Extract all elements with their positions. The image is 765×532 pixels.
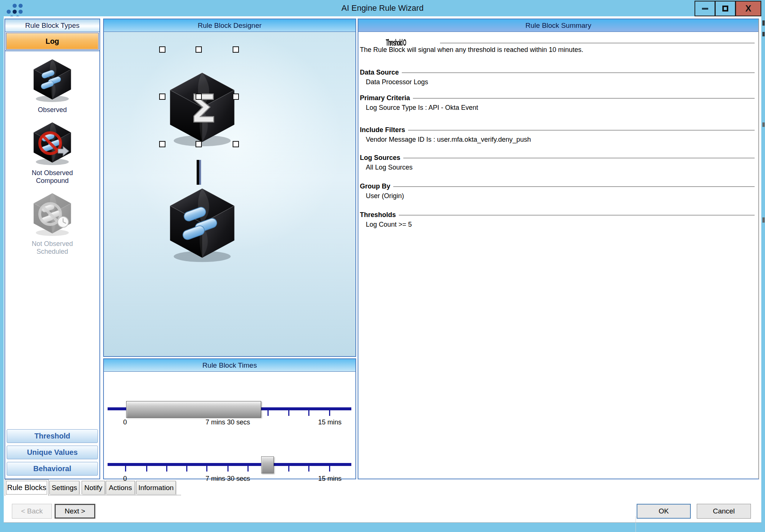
slider-tick: [166, 466, 167, 472]
next-button[interactable]: Next >: [55, 504, 95, 519]
heading-rule-line: [440, 43, 755, 44]
section-label: Primary Criteria: [360, 94, 410, 102]
slider-tick: [206, 466, 207, 472]
type-item-not-observed-compound[interactable]: Not Observed Compound: [5, 120, 99, 185]
category-behavioral-button[interactable]: Behavioral: [7, 462, 98, 476]
selection-handle-mid-0[interactable]: [159, 93, 165, 100]
close-button[interactable]: X: [735, 1, 761, 16]
minimize-button[interactable]: [695, 1, 715, 16]
section-value: All Log Sources: [366, 164, 755, 171]
type-label: Scheduled: [36, 248, 68, 255]
rule-block-designer-header: Rule Block Designer: [104, 19, 355, 32]
section-value: Log Count >= 5: [366, 221, 755, 229]
selection-handle-top-1[interactable]: [196, 46, 202, 53]
tab-notify[interactable]: Notify: [82, 481, 105, 494]
log-source-block[interactable]: [165, 185, 239, 264]
type-label: Not Observed: [32, 240, 73, 247]
screen-edge-artifacts: [762, 0, 765, 532]
ok-button[interactable]: OK: [637, 504, 691, 519]
slider-tick: [308, 466, 309, 472]
selection-handle-mid-2[interactable]: [233, 93, 239, 100]
section-label: Log Sources: [360, 154, 400, 162]
tab-information[interactable]: Information: [136, 481, 176, 494]
maximize-button[interactable]: [715, 1, 735, 16]
summary-section-thresholds: Thresholds Log Count >= 5: [360, 211, 755, 229]
summary-section-group-by: Group By User (Origin): [360, 183, 755, 200]
layout-divider: [636, 516, 636, 532]
selection-handle-top-2[interactable]: [233, 46, 239, 53]
summary-section-data-source: Data Source Data Processor Logs: [360, 69, 755, 86]
rule-block-times-header: Rule Block Times: [104, 359, 355, 372]
rule-block-types-header: Rule Block Types: [5, 19, 99, 32]
slider-tick: [247, 466, 249, 472]
tab-settings[interactable]: Settings: [49, 481, 79, 494]
slider-tick: [288, 410, 289, 416]
cube-logs-icon: [165, 185, 239, 263]
summary-section-primary-criteria: Primary Criteria Log Source Type Is : AP…: [360, 94, 755, 112]
wizard-content: Rule Block Types Log Observed Not Observ…: [4, 16, 761, 522]
type-label: Compound: [36, 177, 69, 184]
threshold-sigma-block[interactable]: [165, 69, 239, 148]
slider-tick: [308, 410, 309, 416]
slider-thumb[interactable]: [261, 456, 274, 473]
category-log-button[interactable]: Log: [6, 33, 98, 49]
type-item-not-observed-scheduled: Not Observed Scheduled: [5, 191, 99, 256]
cancel-button[interactable]: Cancel: [697, 504, 751, 519]
titlebar[interactable]: AI Engine Rule Wizard X: [0, 0, 765, 16]
minimize-icon: [702, 8, 708, 10]
close-icon: X: [745, 3, 751, 14]
tab-rule-blocks[interactable]: Rule Blocks: [5, 479, 49, 496]
section-label: Data Source: [360, 69, 399, 76]
slider-max-label: 15 mins: [318, 418, 341, 426]
rule-block-types-panel: Rule Block Types Log Observed Not Observ…: [4, 19, 100, 479]
slider-max-label: 15 mins: [318, 475, 341, 483]
slider-range-bar[interactable]: [126, 401, 261, 418]
slider-tick: [227, 466, 229, 472]
selection-handle-top-0[interactable]: [159, 46, 165, 53]
section-value: Log Source Type Is : API - Okta Event: [366, 104, 755, 112]
selection-handle-bottom-0[interactable]: [159, 141, 165, 147]
slider-tick: [329, 466, 330, 472]
section-value: User (Origin): [366, 192, 755, 200]
summary-intro-text: The Rule Block will signal when any thre…: [360, 46, 583, 54]
slider-mid-label: 7 mins 30 secs: [206, 475, 250, 483]
rule-block-summary-header: Rule Block Summary: [358, 19, 758, 32]
rule-block-summary-panel: Rule Block Summary Threshold O The Rule …: [358, 19, 759, 479]
summary-section-include-filters: Include Filters Vendor Message ID Is : u…: [360, 126, 755, 144]
cube-banned-clock-icon: [29, 191, 76, 236]
slider-tick: [125, 466, 126, 472]
section-label: Include Filters: [360, 126, 405, 134]
cube-banned-arrow-icon: [29, 120, 76, 165]
section-value: Data Processor Logs: [366, 78, 755, 86]
selection-handle-mid-1[interactable]: [196, 93, 202, 100]
type-item-observed[interactable]: Observed: [5, 57, 99, 114]
summary-section-log-sources: Log Sources All Log Sources: [360, 154, 755, 171]
slider-min-label: 0: [123, 418, 127, 426]
rule-block-type-list: Observed Not Observed Compound Not Obser…: [5, 50, 99, 430]
slider-track[interactable]: [108, 463, 351, 466]
maximize-icon: [722, 6, 728, 12]
block-connector-line[interactable]: [197, 160, 201, 185]
ai-engine-rule-wizard-window: { "window": { "title": "AI Engine Rule W…: [0, 0, 765, 532]
rule-block-designer-panel: Rule Block Designer: [103, 19, 356, 357]
cube-logs-icon: [29, 57, 76, 102]
type-label: Observed: [5, 106, 99, 114]
slider-tick: [267, 410, 269, 416]
category-threshold-button[interactable]: Threshold: [7, 429, 98, 443]
selection-handle-bottom-1[interactable]: [196, 141, 202, 147]
tab-actions[interactable]: Actions: [106, 481, 135, 494]
window-title: AI Engine Rule Wizard: [0, 3, 765, 13]
selection-handle-bottom-2[interactable]: [233, 141, 239, 147]
back-button[interactable]: < Back: [12, 504, 52, 519]
designer-canvas[interactable]: [104, 32, 355, 356]
slider-tick: [146, 466, 147, 472]
section-label: Group By: [360, 183, 390, 190]
slider-tick: [329, 410, 330, 416]
type-label: Not Observed: [32, 169, 73, 177]
category-unique-values-button[interactable]: Unique Values: [7, 446, 98, 459]
slider-mid-label: 7 mins 30 secs: [206, 418, 250, 426]
rule-block-times-panel: Rule Block Times 0 7 mins 30 secs 15 min…: [103, 358, 356, 479]
section-label: Thresholds: [360, 211, 396, 219]
cube-sigma-icon: [165, 69, 239, 147]
slider-tick: [288, 466, 289, 472]
